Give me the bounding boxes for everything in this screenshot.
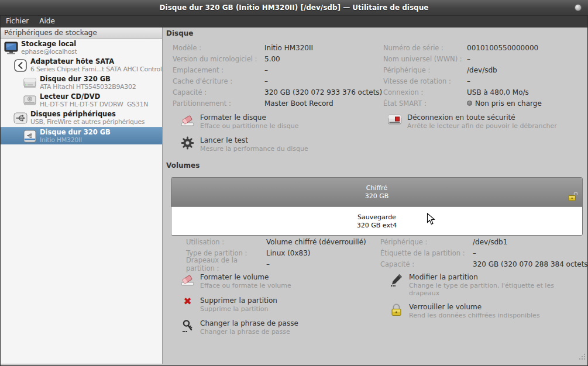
sidebar-item-title: Stockage local (21, 40, 77, 48)
gear-icon (180, 136, 195, 153)
sidebar-item-cd-dvd-drive[interactable]: Lecteur CD/DVDHL-DT-ST HL-DT-ST DVDRW GS… (1, 92, 162, 109)
field-row: Connexion :USB à 480,0 Mo/s (383, 87, 542, 98)
format-disk-button[interactable]: Formater le disqueEfface ou partitionne … (180, 113, 299, 130)
close-window-button[interactable] (575, 4, 582, 11)
volume-fields-left: Utilisation :Volume chiffré (déverrouill… (186, 236, 366, 270)
sidebar-item-subtitle: USB, FireWire et autres périphériques (30, 118, 145, 126)
optical-drive-icon (23, 95, 37, 106)
unlock-open-icon (567, 191, 578, 204)
field-row: Modèle :Initio HM320II (173, 42, 382, 53)
key-icon (180, 319, 195, 336)
sidebar-item-peripheral-disks[interactable]: Disques périphériquesUSB, FireWire et au… (1, 109, 162, 127)
format-volume-button[interactable]: Formater le volumeEfface ou formate le v… (180, 273, 291, 289)
sidebar-item-usb-disk-selected[interactable]: Disque dur 320 GBInitio HM320II (1, 127, 162, 144)
hard-disk-icon (23, 77, 37, 89)
cleartext-volume-size: 320 GB ext4 (171, 222, 582, 230)
field-row: Vitesse de rotation :– (383, 75, 542, 87)
disk-utility-window: Disque dur 320 GB (Initio HM320II) [/dev… (0, 0, 588, 366)
encrypted-volume-size: 320 GB (171, 192, 582, 201)
benchmark-disk-button[interactable]: Lancer le testMesure la performance du d… (180, 136, 308, 153)
field-row: Utilisation :Volume chiffré (déverrouill… (186, 236, 366, 247)
sidebar-item-title: Disque dur 320 GB (40, 129, 111, 136)
field-row: Cache d'écriture :– (173, 75, 382, 87)
safe-remove-icon (387, 113, 402, 130)
sata-adapter-icon (13, 59, 27, 72)
volumes-section-title: Volumes (166, 161, 200, 170)
pencil-icon (389, 273, 404, 297)
sidebar-item-subtitle: HL-DT-ST HL-DT-ST DVDRW GS31N (40, 101, 148, 108)
safe-removal-button[interactable]: Déconnexion en toute sécuritéArrête le l… (387, 113, 557, 130)
edit-partition-button[interactable]: Modifier la partitionChange le type de p… (389, 273, 588, 297)
disk-fields-right: Numéro de série :0010100550000000 Nom un… (383, 42, 542, 109)
field-row: Périphérique :/dev/sdb (383, 64, 542, 75)
title-bar[interactable]: Disque dur 320 GB (Initio HM320II) [/dev… (0, 0, 588, 16)
sidebar-item-title: Adaptateur hôte SATA (30, 58, 162, 65)
field-row: Capacité :320 GB (320 072 933 376 octets… (173, 87, 382, 98)
sidebar-item-title: Lecteur CD/DVD (40, 93, 148, 101)
field-row: Drapeaux de la partition :– (186, 258, 366, 270)
volume-map: Chiffré 320 GB Sauvegarde 320 GB ext4 (171, 177, 583, 236)
eraser-icon (180, 273, 195, 289)
cleartext-volume-name: Sauvegarde (171, 213, 582, 222)
usb-disk-icon (23, 130, 37, 143)
field-row: Emplacement :– (173, 64, 382, 75)
lock-closed-icon (389, 303, 404, 319)
field-row: Partitionnement :Master Boot Record (173, 98, 382, 109)
resize-grip[interactable] (579, 351, 586, 362)
storage-devices-sidebar: Périphériques de stockage Stockage local… (1, 27, 163, 364)
field-row: Capacité :320 GB (320 070 288 384 octets… (380, 258, 588, 270)
mouse-cursor (427, 213, 435, 228)
sidebar-header: Périphériques de stockage (1, 27, 162, 39)
smart-status-dot-icon (467, 101, 472, 106)
menu-bar: Fichier Aide (1, 16, 587, 27)
menu-aide[interactable]: Aide (34, 16, 60, 27)
cleartext-volume-band[interactable]: Sauvegarde 320 GB ext4 (171, 206, 582, 235)
lock-volume-button[interactable]: Verrouiller le volumeRend les données ch… (389, 303, 540, 319)
computer-icon (4, 41, 18, 55)
field-row: Périphérique :/dev/sdb1 (380, 236, 588, 247)
disk-fields-left: Modèle :Initio HM320II Version du microl… (173, 42, 382, 109)
sidebar-item-subtitle: 6 Series Chipset Fami...t SATA AHCI Cont… (30, 65, 162, 73)
sidebar-item-subtitle: ATA Hitachi HTS545032B9A302 (40, 83, 136, 91)
sidebar-item-title: Disques périphériques (30, 111, 145, 118)
menu-fichier[interactable]: Fichier (1, 16, 34, 27)
sidebar-item-internal-disk[interactable]: Disque dur 320 GBATA Hitachi HTS545032B9… (1, 74, 162, 92)
change-passphrase-button[interactable]: Changer la phrase de passeChanger la phr… (180, 319, 298, 336)
field-row-smart-status: État SMART :Non pris en charge (383, 98, 542, 109)
volume-fields-right: Périphérique :/dev/sdb1 Étiquette de la … (380, 236, 588, 270)
field-row: Nom universel (WWN) :– (383, 53, 542, 64)
delete-x-icon: ✖ (180, 296, 195, 313)
field-row: Numéro de série :0010100550000000 (383, 42, 542, 53)
delete-partition-button[interactable]: ✖ Supprimer la partitionSupprime la part… (180, 296, 277, 313)
field-row: Étiquette de la partition :– (380, 247, 588, 258)
sidebar-item-title: Disque dur 320 GB (40, 75, 136, 83)
field-row: Version du micrologiciel :5.00 (173, 53, 382, 64)
smart-status-text: Non pris en charge (475, 99, 542, 108)
sidebar-item-local-storage[interactable]: Stockage localephase@localhost (1, 39, 162, 57)
eraser-icon (180, 113, 195, 130)
disk-section-title: Disque (166, 29, 194, 37)
encrypted-volume-band[interactable]: Chiffré 320 GB (171, 178, 582, 206)
window-title: Disque dur 320 GB (Initio HM320II) [/dev… (160, 4, 429, 12)
usb-symbol-icon (13, 112, 27, 125)
sidebar-item-subtitle: ephase@localhost (21, 48, 77, 56)
encrypted-volume-name: Chiffré (171, 184, 582, 192)
sidebar-item-sata-adapter[interactable]: Adaptateur hôte SATA6 Series Chipset Fam… (1, 57, 162, 74)
sidebar-item-subtitle: Initio HM320II (40, 136, 111, 144)
